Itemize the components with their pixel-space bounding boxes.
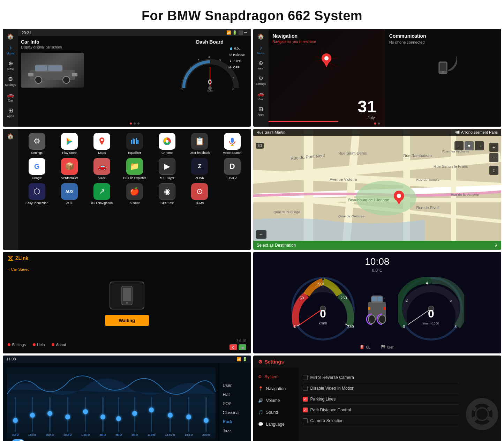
app-chrome[interactable]: Chrome [152,133,181,155]
app-dabz[interactable]: D DAB-Z [218,158,247,180]
eq-slider-800hz[interactable]: 800Hz [63,397,72,436]
settings-menu-sound[interactable]: 🎵 Sound [253,406,299,418]
sidebar-icon-home[interactable]: 🏠 [4,32,17,41]
eq-label-5k: 5kHz [115,433,122,436]
cell-speedometer: 10:08 0.0°C [253,252,502,353]
map-3d-label[interactable]: 3D [256,143,264,149]
sidebar-icon-navi[interactable]: ⊕Navi [4,59,17,72]
app-userfeedback[interactable]: 📋 User feedback [185,133,214,155]
eq-preset-jazz[interactable]: Jazz [223,428,248,433]
settings-checkbox-park-distance[interactable]: ✓ [303,408,308,412]
settings-menu-language[interactable]: 💬 Language [253,418,299,430]
settings-menu-volume[interactable]: 🔊 Volume [253,395,299,406]
eq-slider-16k[interactable]: 16kHz [185,397,193,436]
reading-temp: 🌡0.0°C [229,59,245,63]
eq-status-icons: 📶 🔋 [236,357,247,361]
nav-sidebar-settings[interactable]: ⚙Settings [255,74,267,87]
eq-slider-1.5k[interactable]: 1.5kHz [81,397,90,436]
cell-map: Rue du Pont Neuf Rue Saint-Denis Rue Ram… [253,129,502,250]
nav-sidebar-navi[interactable]: ⊕Navi [255,58,267,72]
app-igo[interactable]: ↗ iGO Navigation [88,183,116,205]
svg-text:Rue de la Verrerie: Rue de la Verrerie [451,193,479,196]
nav-sidebar-car[interactable]: 🚗Car [255,89,267,102]
eq-preset-classical[interactable]: Classical [223,410,248,415]
app-equalizer[interactable]: Equalizer [120,133,149,155]
eq-preset-rock[interactable]: Rock [223,419,248,424]
zlink-help-link[interactable]: Help [33,343,45,347]
map-btn-down[interactable]: ▼ [465,141,474,150]
app-mxplayer[interactable]: ▶ MX Player [152,158,181,180]
app-apkinstaller[interactable]: 📦 APKInstaller [55,158,84,180]
settings-menu-navigation[interactable]: 📍 Navigation [253,383,299,395]
eq-slider-30hz[interactable]: 30Hz [12,397,19,436]
eq-label-800hz: 800Hz [63,433,72,436]
page-dots-2 [374,122,380,125]
eq-slider-8k[interactable]: 8kHz [131,397,138,436]
eq-slider-20k[interactable]: 20kHz [202,397,210,436]
speedo-car-svg [365,288,389,330]
sidebar-icon-car[interactable]: 🚗Car [4,90,17,104]
svg-point-70 [397,194,401,198]
svg-rect-37 [133,139,134,144]
nav-half-navigation: Navigation Navigate for you in real time [269,29,385,127]
settings-checkbox-parking-lines[interactable]: ✓ [303,397,308,402]
app-autokit[interactable]: 🍎 AutoKit [120,183,149,205]
map-expand-icon[interactable]: ∧ [495,243,498,248]
eq-preset-user[interactable]: User [223,383,248,388]
map-btn-right[interactable]: → [475,141,484,150]
app-playstore[interactable]: Play Store [55,133,84,155]
eq-toggle-pill[interactable] [12,439,24,441]
settings-lang-label: Language [266,422,285,427]
app-tpms[interactable]: ⊙ TPMS [185,183,214,205]
app-google[interactable]: G Google [22,158,51,180]
dashboard-label: Dash Board [196,39,224,45]
app-maps[interactable]: Maps [88,133,116,155]
zlink-settings-link[interactable]: Settings [8,343,26,347]
eq-track-16k [188,397,189,432]
nav-sidebar-apps[interactable]: ⊞Apps [255,104,267,118]
settings-checkbox-disable-video[interactable] [303,386,308,391]
eq-label-150hz: 150Hz [28,433,36,436]
eq-slider-300hz[interactable]: 300Hz [46,397,54,436]
eq-slider-150hz[interactable]: 150Hz [28,397,36,436]
app-easyconn[interactable]: ⬡ EasyConnection [22,183,51,205]
eq-slider-11k[interactable]: 11kHz [148,397,156,436]
map-btn-left[interactable]: ← [454,141,464,150]
sidebar-icon-settings[interactable]: ⚙Settings [4,74,17,88]
eq-preset-flat[interactable]: Flat [223,392,248,397]
settings-menu-system[interactable]: ⚙ System [253,371,299,383]
nav-sidebar-home[interactable]: 🏠 [255,32,267,41]
eq-presets: User Flat POP Classical Rock Jazz [220,363,251,441]
nav-sidebar-music[interactable]: ♪Music [255,43,267,56]
app-adas[interactable]: 🚗 ADAS [88,158,116,180]
map-back-btn[interactable]: ← [256,230,266,239]
sidebar-icon-music[interactable]: ♪Music [4,43,17,57]
nav-sub: Navigate for you in real time [273,40,381,44]
map-zoom-in[interactable]: + [489,143,498,152]
settings-option-mirror-label: Mirror Reverse Camera [310,375,354,380]
eq-preset-pop[interactable]: POP [223,401,248,406]
apps-sidebar-home[interactable]: 🏠 [4,132,17,141]
zlink-waiting-button[interactable]: Waiting [105,315,149,326]
zlink-back-button[interactable]: < Car Stereo [3,267,251,271]
app-aux[interactable]: AUX AUX [55,183,84,205]
km-icon: 🏁 [381,345,386,349]
eq-slider-5k[interactable]: 5kHz [115,397,122,436]
app-esfile[interactable]: 📁 ES File Explorer [120,158,149,180]
eq-slider-3k[interactable]: 3kHz [99,397,106,436]
zlink-footer: Settings Help About 3.6.10 C [3,336,251,353]
sidebar-icon-apps[interactable]: ⊞Apps [4,106,17,119]
app-gpstest[interactable]: ◉ GPS Test [152,183,181,205]
fuel-value: 0L [366,345,370,349]
app-zlink[interactable]: Z ZLINK [185,158,214,180]
settings-checkbox-camera[interactable] [303,418,308,423]
svg-rect-6 [35,65,47,71]
eq-slider-13.5k[interactable]: 13.5kHz [165,397,175,436]
app-settings[interactable]: ⚙ Settings [22,133,51,155]
settings-checkbox-mirror[interactable] [303,375,308,380]
map-rotate[interactable]: ↕ [489,166,498,175]
map-zoom-out[interactable]: − [489,153,498,162]
app-voicesearch[interactable]: Voice Search [218,133,247,155]
zlink-about-link[interactable]: About [52,343,66,347]
svg-point-96 [379,315,386,323]
